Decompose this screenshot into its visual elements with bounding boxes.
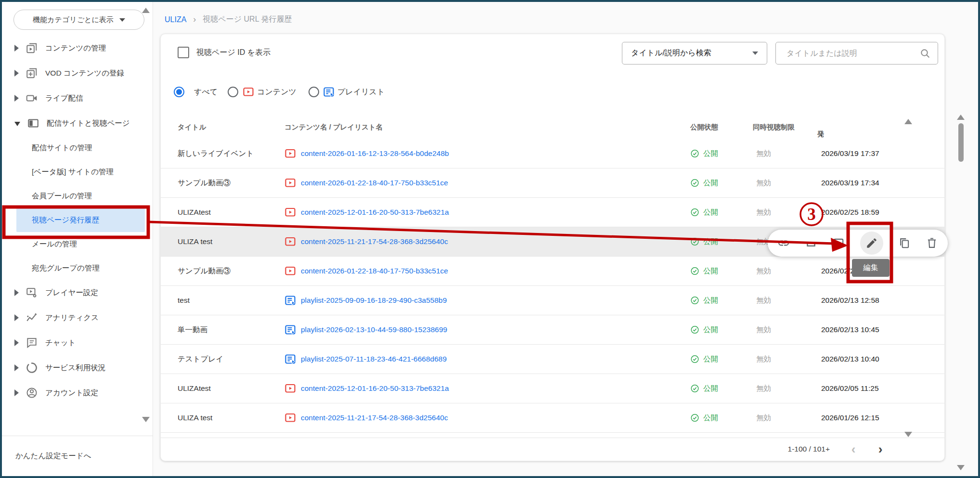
search-icon[interactable] xyxy=(919,48,931,59)
table-row[interactable]: test playlist-2025-09-09-16-18-29-490-c3… xyxy=(161,286,944,315)
row-content-link[interactable]: content-2026-01-22-18-40-17-750-b33c51ce xyxy=(301,267,448,275)
table-row[interactable]: ULIZAtest content-2025-12-01-16-20-50-31… xyxy=(161,198,944,227)
table-row[interactable]: 単一動画 playlist-2026-02-13-10-44-59-880-15… xyxy=(161,315,944,345)
sidebar-subitem[interactable]: 会員プールの管理 xyxy=(2,184,153,208)
table-row[interactable]: 新しいライブイベント content-2026-01-16-12-13-28-5… xyxy=(161,139,944,168)
player-settings-icon xyxy=(26,286,38,299)
sidebar-item[interactable]: プレイヤー設定 xyxy=(2,280,153,305)
header-content-name: コンテンツ名 / プレイリスト名 xyxy=(284,123,383,132)
sidebar-item[interactable]: アカウント設定 xyxy=(2,380,153,405)
row-status: 公開 xyxy=(690,384,718,394)
search-input[interactable] xyxy=(786,49,919,58)
row-limit: 無効 xyxy=(756,266,771,276)
row-limit: 無効 xyxy=(756,354,771,364)
sidebar: 機能カテゴリごとに表示 コンテンツの管理 VOD コンテンツの登録 ライブ配信 … xyxy=(2,2,153,476)
table-row[interactable]: サンプル動画③ content-2026-01-22-18-40-17-750-… xyxy=(161,257,944,286)
sidebar-scroll-down-icon[interactable] xyxy=(142,417,150,422)
sidebar-subitem[interactable]: メールの管理 xyxy=(2,232,153,256)
page-scroll-up-icon[interactable] xyxy=(957,115,965,120)
check-circle-icon xyxy=(690,413,699,423)
easy-mode-link[interactable]: かんたん設定モードへ xyxy=(15,451,91,461)
row-content-link[interactable]: playlist-2026-02-13-10-44-59-880-1523869… xyxy=(301,325,447,334)
table-row[interactable]: テストプレイ playlist-2025-07-11-18-23-46-421-… xyxy=(161,345,944,374)
check-circle-icon xyxy=(690,179,699,188)
breadcrumb-current: 視聴ページ URL 発行履歴 xyxy=(203,14,292,25)
sidebar-item[interactable]: 配信サイトと視聴ページ xyxy=(2,111,153,136)
header-title: タイトル xyxy=(178,123,206,132)
sidebar-subitem[interactable]: 配信サイトの管理 xyxy=(2,136,153,160)
duplicate-icon[interactable] xyxy=(898,237,911,249)
sidebar-item[interactable]: サービス利用状況 xyxy=(2,355,153,380)
embed-icon[interactable] xyxy=(805,237,817,249)
type-filter-group: すべて コンテンツ プレイリスト xyxy=(161,84,944,100)
check-circle-icon xyxy=(690,325,699,335)
filter-content-radio[interactable] xyxy=(228,87,238,97)
edit-button[interactable] xyxy=(860,232,883,255)
filter-playlist-label: プレイリスト xyxy=(337,87,385,97)
show-page-id-checkbox[interactable] xyxy=(178,47,189,58)
pagination-range: 1-100 / 101+ xyxy=(788,445,830,453)
sidebar-scroll-up-icon[interactable] xyxy=(142,8,150,13)
pagination-prev-icon[interactable]: ‹ xyxy=(846,443,861,455)
sidebar-subitem[interactable]: 視聴ページ発行履歴 xyxy=(16,208,145,232)
check-circle-icon xyxy=(690,149,699,158)
sidebar-subitem-label: メールの管理 xyxy=(32,239,77,249)
thumbnail-image-icon[interactable] xyxy=(832,237,845,249)
page-scroll-down-icon[interactable] xyxy=(957,465,965,470)
row-content-link[interactable]: content-2026-01-22-18-40-17-750-b33c51ce xyxy=(301,179,448,187)
sidebar-subitem[interactable]: 宛先グループの管理 xyxy=(2,256,153,280)
edit-pencil-icon xyxy=(865,237,878,249)
row-content-link[interactable]: content-2025-12-01-16-20-50-313-7be6321a xyxy=(301,384,449,393)
sort-desc-icon: ↓ xyxy=(819,129,823,138)
breadcrumb-root-link[interactable]: ULIZA xyxy=(165,15,186,24)
sidebar-item[interactable]: アナリティクス xyxy=(2,305,153,330)
search-mode-select[interactable]: タイトル/説明から検索 xyxy=(622,42,767,65)
playlist-badge-icon xyxy=(284,353,296,365)
pagination-next-icon[interactable]: › xyxy=(873,443,888,455)
filter-playlist-radio[interactable] xyxy=(309,87,319,97)
table-scroll-up-icon[interactable] xyxy=(904,119,912,124)
table-row[interactable]: ULIZAtest content-2025-12-01-16-20-50-31… xyxy=(161,374,944,403)
row-content-link[interactable]: content-2025-12-01-16-20-50-313-7be6321a xyxy=(301,208,449,217)
sidebar-item[interactable]: ライブ配信 xyxy=(2,86,153,111)
status-label: 公開 xyxy=(703,237,718,247)
table-row[interactable]: サンプル動画③ content-2026-01-22-18-40-17-750-… xyxy=(161,168,944,198)
copy-link-icon[interactable] xyxy=(777,237,790,249)
display-mode-dropdown[interactable]: 機能カテゴリごとに表示 xyxy=(13,10,144,30)
sidebar-subitem-label: 配信サイトの管理 xyxy=(32,143,92,153)
row-limit: 無効 xyxy=(756,178,771,188)
row-limit: 無効 xyxy=(756,413,771,423)
header-concurrent-limit: 同時視聴制限 xyxy=(753,123,795,132)
site-layout-icon xyxy=(27,117,39,129)
content-badge-icon xyxy=(284,148,296,159)
content-badge-icon xyxy=(284,383,296,394)
filter-all-radio[interactable] xyxy=(174,87,184,97)
sidebar-item[interactable]: VOD コンテンツの登録 xyxy=(2,61,153,86)
row-status: 公開 xyxy=(690,266,718,276)
row-status: 公開 xyxy=(690,296,718,306)
check-circle-icon xyxy=(690,208,699,217)
row-title: ULIZAtest xyxy=(178,384,211,393)
expand-arrow-icon xyxy=(14,339,19,346)
row-content-link[interactable]: content-2025-11-21-17-54-28-368-3d25640c xyxy=(301,237,448,246)
contents-icon xyxy=(26,42,38,54)
trash-icon[interactable] xyxy=(926,237,938,249)
expand-arrow-icon xyxy=(14,364,19,371)
row-title: test xyxy=(178,296,190,305)
row-content-link[interactable]: playlist-2025-07-11-18-23-46-421-6668d68… xyxy=(301,355,447,363)
content-badge-icon xyxy=(284,177,296,189)
row-content-link[interactable]: content-2025-11-21-17-54-28-368-3d25640c xyxy=(301,413,448,422)
table-scroll-down-icon[interactable] xyxy=(904,432,912,437)
analytics-icon xyxy=(26,311,38,324)
check-circle-icon xyxy=(690,384,699,393)
row-content-link[interactable]: playlist-2025-09-09-16-18-29-490-c3a558b… xyxy=(301,296,447,305)
sidebar-item[interactable]: チャット xyxy=(2,330,153,355)
sidebar-item[interactable]: コンテンツの管理 xyxy=(2,36,153,61)
status-label: 公開 xyxy=(703,178,718,188)
table-header: タイトル コンテンツ名 / プレイリスト名 公開状態 同時視聴制限 発行日時↓ xyxy=(161,116,944,140)
sidebar-subitem[interactable]: [ベータ版] サイトの管理 xyxy=(2,160,153,184)
display-mode-label: 機能カテゴリごとに表示 xyxy=(33,15,113,25)
expand-arrow-icon xyxy=(14,70,19,77)
page-scrollbar-thumb[interactable] xyxy=(958,123,964,162)
row-content-link[interactable]: content-2026-01-16-12-13-28-564-b0de248b xyxy=(301,149,449,158)
